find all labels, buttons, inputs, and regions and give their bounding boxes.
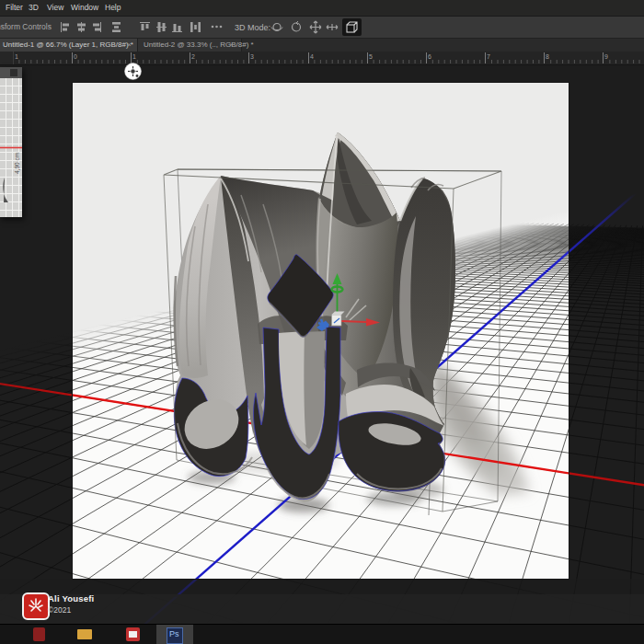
svg-text:4,90 cm: 4,90 cm xyxy=(14,153,20,174)
svg-text:5: 5 xyxy=(369,53,373,60)
svg-text:3D Mode:: 3D Mode: xyxy=(235,23,270,32)
svg-text:0: 0 xyxy=(74,53,77,60)
svg-text:1: 1 xyxy=(15,53,18,60)
svg-text:2: 2 xyxy=(191,53,195,60)
svg-text:3: 3 xyxy=(250,53,254,60)
svg-text:4: 4 xyxy=(310,53,314,60)
svg-text:7: 7 xyxy=(487,53,490,60)
svg-text:6: 6 xyxy=(428,53,431,60)
svg-text:8: 8 xyxy=(546,53,549,60)
svg-text:9: 9 xyxy=(604,53,608,60)
